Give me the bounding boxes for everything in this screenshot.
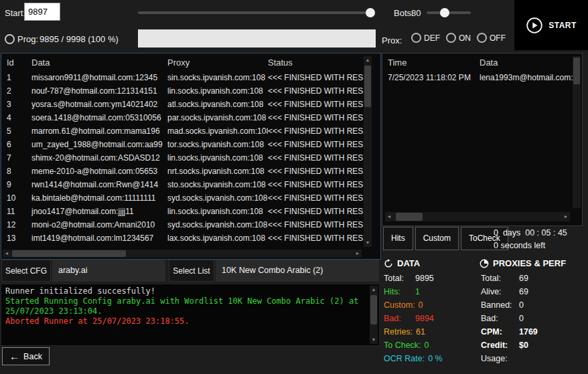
cell-id: 13 — [7, 233, 31, 243]
wordlist-name-field[interactable]: 10K New Combo Arabic (2) — [216, 260, 379, 282]
stat-row: Custom: 0 — [384, 298, 443, 312]
scrollbar-thumb[interactable] — [364, 66, 371, 107]
start-button-label: START — [548, 21, 577, 30]
cell-time: 7/25/2023 11:18:02 PM — [388, 73, 480, 82]
scroll-right-arrow[interactable]: ► — [562, 212, 570, 221]
start-button[interactable]: START — [514, 0, 588, 50]
scroll-down-arrow[interactable]: ▼ — [364, 240, 372, 246]
data-panel-title: DATA — [397, 258, 420, 268]
stat-label: CPM: — [481, 327, 516, 337]
select-list-button[interactable]: Select List — [169, 260, 214, 282]
stat-row: To Check: 0 — [384, 339, 443, 352]
tab-button[interactable]: Hits — [383, 227, 413, 250]
progress-bar — [138, 29, 376, 48]
col-header-status[interactable]: Status — [268, 58, 375, 68]
bots-slider[interactable] — [427, 11, 471, 14]
log-line: Started Running Config araby.ai with Wor… — [5, 296, 366, 316]
stat-label: Usage: — [481, 354, 516, 363]
stat-value: 61 — [416, 327, 425, 337]
results-vertical-scrollbar[interactable]: ▲ ▼ — [364, 56, 372, 247]
stat-value: 0 % — [428, 354, 443, 363]
cell-data: um_zayed_1988@hotmail.com:aa99 — [31, 140, 167, 149]
col-header-data[interactable]: Data — [480, 58, 579, 68]
cell-id: 12 — [7, 220, 31, 229]
hits-grid-header: Time Data — [382, 54, 582, 71]
table-row[interactable]: 8 meme-2010-a@hotmail.com:05653 nrt.sock… — [1, 165, 380, 178]
cell-data: meme-2010-a@hotmail.com:05653 — [31, 167, 167, 176]
back-button[interactable]: ← Back — [2, 347, 50, 365]
table-row[interactable]: 7 shimx-20@hotmail.com:ASDASD12 lin.sock… — [1, 151, 380, 165]
table-row[interactable]: 2 nouf-787@hotmail.com:121314151 lin.soc… — [1, 84, 380, 98]
scroll-up-arrow[interactable]: ▲ — [364, 57, 372, 64]
scroll-down-arrow[interactable]: ▼ — [370, 337, 378, 343]
cell-data: moni-o2@hotmail.com:Amani2010 — [31, 220, 167, 229]
col-header-proxy[interactable]: Proxy — [167, 58, 268, 68]
results-horizontal-scrollbar[interactable]: ◄ ► — [3, 250, 362, 258]
table-row[interactable]: 10 ka.bintaleb@hotmail.com:11111111 syd.… — [1, 191, 380, 205]
proxy-mode-radio[interactable]: OFF — [477, 33, 506, 43]
cell-proxy: lin.socks.ipvanish.com:108 — [167, 207, 268, 216]
stat-label: Custom: — [384, 300, 415, 310]
prog-label: Prog: — [17, 34, 38, 44]
table-row[interactable]: 11 jnoo1417@hotmail.com:jjjj11 lin.socks… — [1, 205, 380, 218]
results-grid: Id Data Proxy Status 1 missaron9911@hotm… — [1, 53, 381, 260]
prog-radio-icon[interactable] — [5, 34, 15, 44]
col-header-id[interactable]: Id — [7, 58, 31, 68]
stat-row: Hits: 1 — [384, 285, 443, 298]
scroll-left-arrow[interactable]: ◄ — [3, 250, 11, 258]
col-header-time[interactable]: Time — [388, 58, 480, 68]
cell-id: 9 — [7, 180, 31, 189]
scroll-right-arrow[interactable]: ► — [354, 250, 362, 258]
cell-data: missaron9911@hotmail.com:12345 — [31, 73, 167, 82]
table-row[interactable]: 5 marrom.61@hotmail.com:mama196 mad.sock… — [1, 124, 380, 138]
col-header-data[interactable]: Data — [31, 58, 167, 68]
runner-window: Start: Bots: 80 START Prog: 9895 / 9998 … — [0, 0, 588, 374]
table-row[interactable]: 4 soera.1418@hotmail.com:05310056 par.so… — [1, 111, 380, 124]
scroll-left-arrow[interactable]: ◄ — [385, 212, 393, 221]
table-row[interactable]: 12 moni-o2@hotmail.com:Amani2010 syd.soc… — [1, 218, 380, 231]
cell-id: 4 — [7, 113, 31, 122]
table-row[interactable]: 9 rwn1414@hotmail.com:Rwn@1414 sto.socks… — [1, 178, 380, 191]
progress-slider-handle[interactable] — [366, 8, 375, 17]
hits-horizontal-scrollbar[interactable]: ◄ ► — [385, 212, 570, 221]
stat-value: 0 — [419, 300, 423, 310]
cell-data: yosra.s@hotmail.com:ym14021402 — [31, 100, 167, 109]
stat-label: Credit: — [481, 341, 516, 350]
cell-status: <<< FINISHED WITH RES — [268, 180, 375, 189]
progress-slider[interactable] — [138, 11, 375, 14]
cell-data: ka.bintaleb@hotmail.com:11111111 — [31, 193, 167, 203]
stat-label: Hits: — [384, 287, 412, 296]
scrollbar-thumb[interactable] — [12, 250, 126, 257]
cell-status: <<< FINISHED WITH RES — [268, 153, 375, 163]
cell-status: <<< FINISHED WITH RES — [268, 233, 375, 243]
table-row[interactable]: 6 um_zayed_1988@hotmail.com:aa99 tor.soc… — [1, 138, 380, 151]
proxy-mode-radio[interactable]: ON — [446, 33, 471, 43]
stat-row: Total: 69 — [481, 272, 538, 285]
bots-slider-handle[interactable] — [440, 8, 449, 17]
cell-data: marrom.61@hotmail.com:mama196 — [31, 126, 167, 136]
stat-row: Total: 9895 — [384, 272, 443, 285]
cfg-name-field[interactable]: araby.ai — [52, 260, 165, 282]
scrollbar-thumb[interactable] — [573, 58, 580, 84]
log-console[interactable]: Runner initialized succesfully! Started … — [1, 284, 380, 346]
hits-vertical-scrollbar[interactable] — [573, 56, 581, 208]
table-row[interactable]: 13 imt1419@hotmail.com:lm1234567 lax.soc… — [1, 231, 380, 245]
stat-value: 69 — [519, 287, 528, 296]
stat-value: 1 — [415, 287, 420, 296]
table-row[interactable]: 3 yosra.s@hotmail.com:ym14021402 atl.soc… — [1, 98, 380, 111]
scroll-up-arrow[interactable]: ▲ — [370, 286, 378, 293]
table-row[interactable]: 7/25/2023 11:18:02 PM lena1993m@hotmail.… — [382, 71, 582, 84]
table-row[interactable]: 1 missaron9911@hotmail.com:12345 sin.soc… — [1, 71, 380, 84]
select-cfg-button[interactable]: Select CFG — [1, 260, 51, 282]
stat-value: 1769 — [519, 327, 538, 337]
scrollbar-thumb[interactable] — [370, 295, 377, 324]
start-input[interactable] — [24, 3, 60, 21]
scrollbar-thumb[interactable] — [396, 213, 423, 221]
proxy-mode-radio[interactable]: DEF — [411, 33, 440, 43]
tab-button[interactable]: Custom — [415, 227, 459, 250]
stat-value: 69 — [519, 274, 528, 283]
stat-value: 0 — [425, 341, 429, 350]
stat-row: Credit: $0 — [481, 339, 538, 352]
cell-id: 1 — [7, 73, 31, 82]
log-vertical-scrollbar[interactable]: ▲ ▼ — [370, 286, 378, 344]
